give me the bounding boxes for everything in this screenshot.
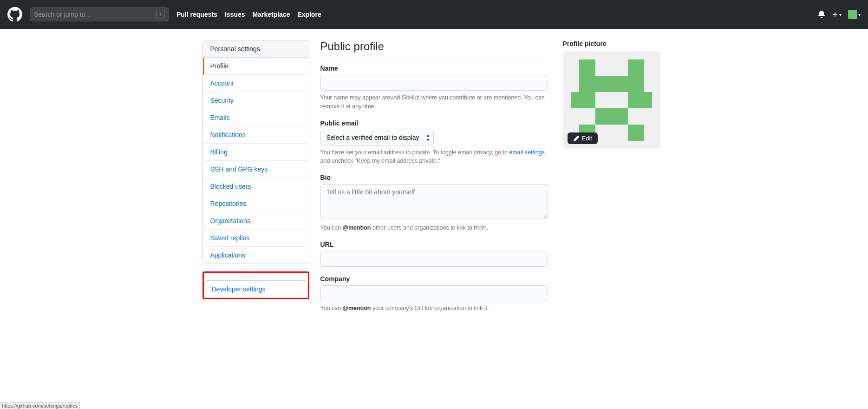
url-label: URL — [320, 241, 548, 248]
nav-pull-requests[interactable]: Pull requests — [176, 11, 217, 18]
search-input[interactable] — [34, 11, 156, 18]
notifications-icon[interactable] — [818, 11, 825, 18]
edit-picture-button[interactable]: Edit — [568, 132, 598, 144]
svg-rect-9 — [595, 108, 612, 125]
company-input[interactable] — [320, 285, 548, 301]
svg-rect-10 — [612, 108, 628, 125]
svg-rect-12 — [628, 125, 644, 141]
name-label: Name — [320, 65, 548, 72]
primary-nav: Pull requests Issues Marketplace Explore — [176, 11, 329, 18]
svg-rect-4 — [595, 76, 612, 92]
public-email-select[interactable]: Select a verified email to display — [320, 130, 434, 145]
sidebar-item-security[interactable]: Security — [203, 92, 309, 109]
svg-rect-7 — [571, 92, 595, 108]
name-note: Your name may appear around GitHub where… — [320, 93, 548, 111]
svg-rect-6 — [628, 76, 644, 92]
pencil-icon — [573, 135, 580, 142]
page-title: Public profile — [320, 40, 548, 57]
company-label: Company — [320, 275, 548, 283]
email-settings-link[interactable]: email settings — [509, 149, 544, 156]
slash-hotkey-badge: / — [156, 10, 165, 19]
search-input-container[interactable]: / — [30, 7, 169, 21]
sidebar-item-organizations[interactable]: Organizations — [203, 212, 309, 230]
sidebar-item-account[interactable]: Account — [203, 75, 309, 92]
nav-marketplace[interactable]: Marketplace — [253, 11, 290, 18]
sidebar-item-blocked-users[interactable]: Blocked users — [203, 178, 309, 195]
profile-picture-label: Profile picture — [563, 40, 660, 47]
email-note: You have set your email address to priva… — [320, 148, 548, 166]
sidebar-header: Personal settings — [203, 40, 309, 58]
sidebar-item-billing[interactable]: Billing — [203, 144, 309, 161]
bio-label: Bio — [320, 174, 548, 181]
sidebar-item-notifications[interactable]: Notifications — [203, 126, 309, 144]
svg-rect-5 — [612, 76, 628, 92]
app-header: / Pull requests Issues Marketplace Explo… — [0, 0, 868, 29]
sidebar-item-ssh-gpg-keys[interactable]: SSH and GPG keys — [203, 161, 309, 178]
nav-issues[interactable]: Issues — [225, 11, 245, 18]
sidebar-item-saved-replies[interactable]: Saved replies — [203, 230, 309, 247]
user-menu[interactable]: ▾ — [848, 10, 861, 19]
sidebar-item-emails[interactable]: Emails — [203, 109, 309, 126]
bio-note: You can @mention other users and organiz… — [320, 224, 548, 232]
avatar-icon — [848, 10, 857, 19]
add-dropdown-icon[interactable]: ▾ — [832, 11, 842, 18]
svg-rect-3 — [579, 76, 595, 92]
company-note: You can @mention your company's GitHub o… — [320, 304, 548, 313]
settings-sidebar: Personal settings Profile Account Securi… — [202, 40, 309, 321]
svg-rect-1 — [579, 59, 595, 76]
name-input[interactable] — [320, 75, 548, 91]
url-input[interactable] — [320, 251, 548, 267]
sidebar-item-profile[interactable]: Profile — [203, 58, 309, 75]
svg-rect-2 — [628, 59, 644, 76]
profile-picture: Edit — [563, 51, 660, 149]
svg-rect-8 — [628, 92, 652, 108]
sidebar-item-developer-settings[interactable]: Developer settings — [204, 281, 307, 297]
nav-explore[interactable]: Explore — [297, 11, 321, 18]
github-logo-icon[interactable] — [7, 7, 22, 22]
sidebar-item-repositories[interactable]: Repositories — [203, 195, 309, 212]
bio-textarea[interactable] — [320, 184, 548, 219]
public-email-label: Public email — [320, 119, 548, 127]
sidebar-item-applications[interactable]: Applications — [203, 247, 309, 264]
